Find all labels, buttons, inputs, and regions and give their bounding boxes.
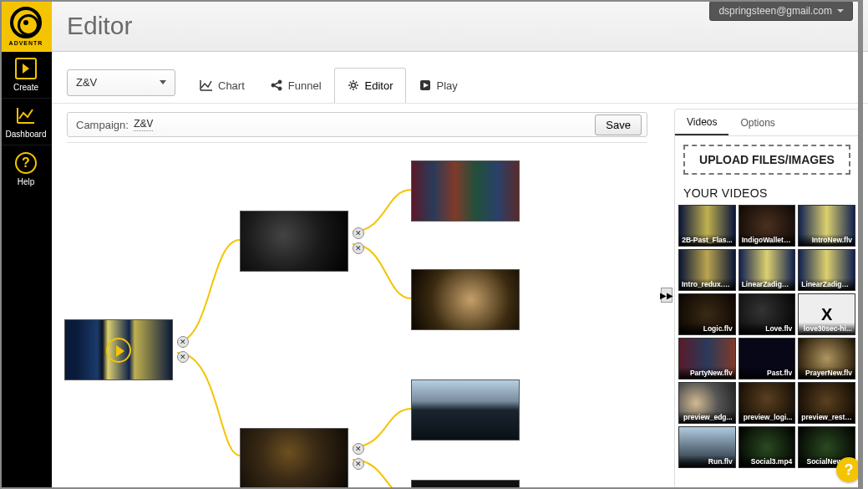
page-title: Editor xyxy=(67,12,132,40)
gear-icon xyxy=(347,79,360,92)
connection-paths xyxy=(52,144,653,489)
rail-create[interactable]: Create xyxy=(0,52,52,99)
chart-icon xyxy=(200,79,213,92)
panel-collapse-button[interactable]: ▶▶ xyxy=(661,288,673,303)
node-party[interactable]: party xyxy=(411,160,520,222)
video-label: PrayerNew.flv xyxy=(799,367,855,379)
svg-point-2 xyxy=(278,87,282,90)
node-logic[interactable]: logic xyxy=(240,428,348,489)
video-thumb[interactable]: preview_resti... xyxy=(798,382,855,424)
left-rail: ADVENTR Create Dashboard ? Help xyxy=(0,0,52,489)
tool-tabs: Chart Funnel Editor Play xyxy=(187,63,470,103)
node-thumbnail xyxy=(412,270,519,329)
video-label: preview_edg... xyxy=(679,411,735,423)
video-library-grid: 2B-Past_Flas... IndigoWalletM... IntroNe… xyxy=(675,205,859,488)
share-icon xyxy=(270,79,283,92)
video-label: LinearZadigVi... xyxy=(739,278,795,290)
logo-mark-icon xyxy=(10,7,42,38)
node-thumbnail xyxy=(412,481,519,488)
tab-chart[interactable]: Chart xyxy=(187,68,257,103)
node-cut[interactable] xyxy=(411,480,520,489)
video-thumb[interactable]: love30sec-hi... xyxy=(798,293,855,335)
svg-point-0 xyxy=(278,80,282,84)
upload-dropzone[interactable]: UPLOAD FILES/IMAGES xyxy=(683,145,850,175)
tab-options[interactable]: Options xyxy=(728,110,786,135)
video-label: preview_logi... xyxy=(739,411,795,423)
tab-label: Funnel xyxy=(288,79,322,92)
brand-text: ADVENTR xyxy=(9,40,43,46)
video-label: IntroNew.flv xyxy=(799,234,855,246)
node-solitude[interactable]: solitude xyxy=(411,379,520,441)
video-thumb[interactable]: Logic.flv xyxy=(678,293,736,335)
video-label: LinearZadigVi... xyxy=(799,278,855,290)
video-thumb[interactable]: Love.flv xyxy=(739,293,796,335)
video-thumb[interactable]: LinearZadigVi... xyxy=(739,249,796,291)
output-port[interactable]: ✕ xyxy=(353,458,364,470)
video-label: Run.flv xyxy=(679,456,735,467)
divider xyxy=(67,142,647,143)
project-dropdown[interactable]: Z&V xyxy=(67,69,175,96)
video-label: PartyNew.flv xyxy=(679,367,735,379)
tab-label: Chart xyxy=(218,79,245,92)
campaign-row: Campaign: Z&V Save xyxy=(67,112,647,137)
help-fab-button[interactable]: ? xyxy=(836,457,861,482)
svg-point-1 xyxy=(272,84,275,87)
video-label: Love.flv xyxy=(739,323,795,334)
right-panel-tabs: Videos Options xyxy=(675,110,859,136)
caret-down-icon xyxy=(837,9,844,13)
video-label: IndigoWalletM... xyxy=(739,234,795,246)
svg-line-4 xyxy=(275,86,278,88)
video-thumb[interactable]: PartyNew.flv xyxy=(678,338,736,379)
video-thumb[interactable]: IndigoWalletM... xyxy=(739,205,796,247)
rail-label: Help xyxy=(18,177,35,186)
help-icon: ? xyxy=(15,152,37,174)
create-icon xyxy=(15,58,37,79)
node-thumbnail xyxy=(412,380,519,440)
video-thumb[interactable]: PrayerNew.flv xyxy=(798,338,855,379)
video-thumb[interactable]: preview_edg... xyxy=(678,382,736,424)
output-port[interactable]: ✕ xyxy=(177,351,189,363)
rail-dashboard[interactable]: Dashboard xyxy=(0,99,52,145)
node-thumbnail xyxy=(241,211,348,271)
node-love[interactable]: love xyxy=(240,211,348,272)
graph-canvas[interactable]: Intro ✕ ✕ love ✕ ✕ logic ✕ ✕ party praye… xyxy=(52,144,653,489)
tab-funnel[interactable]: Funnel xyxy=(257,68,334,103)
output-port[interactable]: ✕ xyxy=(353,443,364,455)
video-thumb[interactable]: 2B-Past_Flas... xyxy=(678,205,736,247)
save-button[interactable]: Save xyxy=(595,115,642,135)
video-thumb[interactable]: IntroNew.flv xyxy=(798,205,855,247)
video-label: preview_resti... xyxy=(799,411,855,423)
node-intro[interactable]: Intro xyxy=(64,319,173,380)
rail-label: Create xyxy=(13,83,38,92)
play-icon xyxy=(419,79,432,92)
campaign-name-input[interactable]: Z&V xyxy=(134,118,153,131)
video-label: Social3.mp4 xyxy=(739,456,795,467)
tab-label: Play xyxy=(437,79,458,92)
tab-videos[interactable]: Videos xyxy=(675,110,728,135)
node-prayer[interactable]: prayer xyxy=(411,269,520,330)
output-port[interactable]: ✕ xyxy=(353,227,364,239)
video-thumb[interactable]: Intro_redux.m... xyxy=(678,249,736,291)
tab-editor[interactable]: Editor xyxy=(334,68,406,103)
caret-down-icon xyxy=(160,80,166,84)
tab-label: Editor xyxy=(365,79,393,92)
svg-point-5 xyxy=(351,84,355,88)
video-thumb[interactable]: LinearZadigVi... xyxy=(798,249,855,291)
user-menu-button[interactable]: dspringsteen@gmail.com xyxy=(709,1,853,21)
video-thumb[interactable]: Past.flv xyxy=(739,338,796,379)
svg-line-3 xyxy=(275,83,278,84)
video-label: Past.flv xyxy=(739,367,795,379)
play-overlay-icon xyxy=(106,338,131,363)
your-videos-heading: YOUR VIDEOS xyxy=(675,183,859,205)
tab-play[interactable]: Play xyxy=(406,68,470,103)
brand-logo[interactable]: ADVENTR xyxy=(0,0,52,52)
video-thumb[interactable]: Social3.mp4 xyxy=(739,426,796,468)
output-port[interactable]: ✕ xyxy=(177,336,189,348)
video-label: love30sec-hi... xyxy=(799,323,855,334)
video-thumb[interactable]: preview_logi... xyxy=(739,382,796,424)
rail-help[interactable]: ? Help xyxy=(0,145,52,192)
dashboard-icon xyxy=(15,104,37,126)
output-port[interactable]: ✕ xyxy=(353,242,364,254)
user-email: dspringsteen@gmail.com xyxy=(718,5,832,17)
video-thumb[interactable]: Run.flv xyxy=(678,426,736,468)
